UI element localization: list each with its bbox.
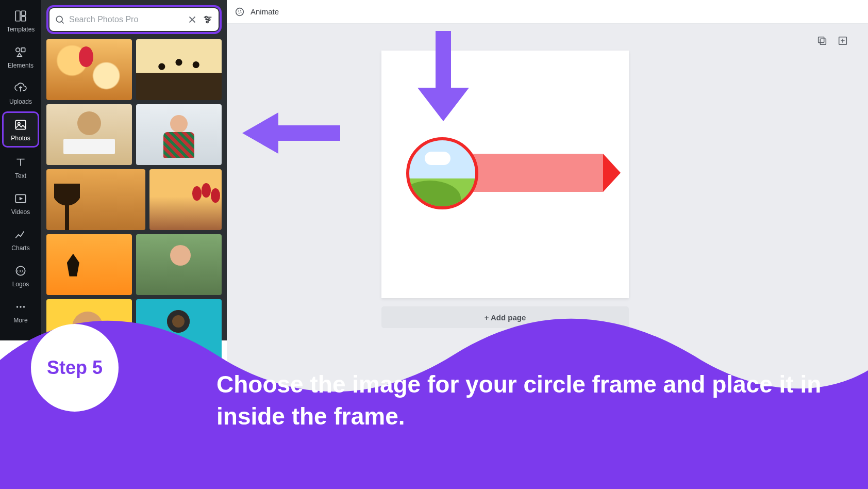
svg-rect-19 bbox=[819, 37, 824, 43]
rail-more[interactable]: More bbox=[0, 293, 41, 329]
rail-charts[interactable]: Charts bbox=[0, 221, 41, 257]
svg-rect-0 bbox=[15, 11, 20, 21]
duplicate-page-icon[interactable] bbox=[816, 35, 828, 46]
photos-icon bbox=[14, 118, 27, 132]
shape-arrow-bar[interactable] bbox=[459, 154, 603, 192]
rail-elements[interactable]: Elements bbox=[0, 38, 41, 74]
search-input[interactable] bbox=[69, 15, 182, 24]
rail-label: Text bbox=[15, 172, 26, 180]
svg-rect-1 bbox=[21, 11, 26, 15]
rail-templates[interactable]: Templates bbox=[0, 2, 41, 38]
rail-label: Templates bbox=[7, 26, 35, 33]
rail-label: Videos bbox=[11, 208, 30, 216]
templates-icon bbox=[14, 9, 27, 23]
photo-thumb[interactable] bbox=[46, 234, 132, 295]
svg-point-13 bbox=[56, 16, 62, 22]
videos-icon bbox=[14, 192, 27, 205]
rail-label: Uploads bbox=[9, 98, 32, 105]
animate-label[interactable]: Animate bbox=[251, 7, 279, 16]
photo-thumb[interactable] bbox=[46, 299, 132, 360]
svg-text:CO.: CO. bbox=[17, 269, 24, 273]
photo-thumb[interactable] bbox=[136, 234, 222, 295]
svg-point-15 bbox=[208, 19, 210, 21]
add-page-label: + Add page bbox=[485, 313, 526, 322]
circle-frame[interactable] bbox=[406, 137, 478, 209]
add-page-button[interactable]: + Add page bbox=[381, 306, 629, 328]
charts-icon bbox=[14, 228, 27, 241]
svg-point-10 bbox=[16, 306, 18, 307]
text-icon bbox=[14, 156, 27, 169]
side-rail: Templates Elements Uploads Photos Text V… bbox=[0, 0, 41, 340]
rail-text[interactable]: Text bbox=[0, 149, 41, 185]
annotation-arrow-left bbox=[237, 107, 340, 159]
photo-thumb[interactable] bbox=[136, 39, 222, 100]
canvas-toolbar: Animate bbox=[227, 0, 868, 24]
photo-thumb[interactable] bbox=[46, 169, 145, 230]
step-badge-label: Step 5 bbox=[47, 357, 103, 379]
rail-label: Logos bbox=[12, 281, 29, 288]
rail-photos[interactable]: Photos bbox=[2, 111, 39, 148]
logos-icon: CO. bbox=[14, 264, 27, 278]
svg-rect-5 bbox=[15, 120, 26, 129]
photo-thumb[interactable] bbox=[46, 104, 132, 165]
search-bar bbox=[49, 8, 219, 31]
photo-thumb[interactable] bbox=[46, 39, 132, 100]
svg-rect-4 bbox=[21, 48, 25, 52]
svg-point-18 bbox=[238, 10, 241, 13]
rail-label: Photos bbox=[11, 135, 30, 142]
page-controls bbox=[816, 35, 848, 46]
svg-point-16 bbox=[206, 21, 208, 23]
photo-grid bbox=[46, 39, 222, 360]
clear-icon[interactable] bbox=[187, 14, 198, 25]
svg-point-11 bbox=[20, 306, 21, 307]
canvas-area: + Add page bbox=[227, 24, 868, 489]
svg-rect-20 bbox=[820, 39, 826, 44]
photo-thumb[interactable] bbox=[136, 299, 222, 360]
rail-label: Charts bbox=[11, 244, 29, 252]
svg-point-12 bbox=[23, 306, 25, 307]
rail-logos[interactable]: CO. Logos bbox=[0, 257, 41, 293]
svg-point-14 bbox=[205, 17, 207, 19]
more-icon bbox=[14, 300, 27, 314]
shape-arrow-head[interactable] bbox=[603, 154, 621, 192]
uploads-icon bbox=[14, 82, 27, 95]
annotation-arrow-down bbox=[412, 31, 474, 124]
photo-thumb[interactable] bbox=[149, 169, 222, 230]
filter-icon[interactable] bbox=[202, 14, 213, 25]
add-page-icon[interactable] bbox=[837, 35, 848, 46]
animate-icon[interactable] bbox=[234, 6, 245, 18]
photo-thumb[interactable] bbox=[136, 104, 222, 165]
rail-label: Elements bbox=[8, 62, 34, 69]
rail-uploads[interactable]: Uploads bbox=[0, 74, 41, 110]
svg-rect-2 bbox=[21, 17, 26, 21]
rail-label: More bbox=[13, 317, 27, 324]
svg-point-17 bbox=[236, 8, 244, 15]
search-highlight bbox=[46, 5, 222, 34]
elements-icon bbox=[14, 45, 27, 59]
photos-panel bbox=[41, 0, 227, 340]
search-icon bbox=[55, 14, 65, 25]
svg-point-3 bbox=[16, 48, 20, 52]
rail-videos[interactable]: Videos bbox=[0, 185, 41, 221]
